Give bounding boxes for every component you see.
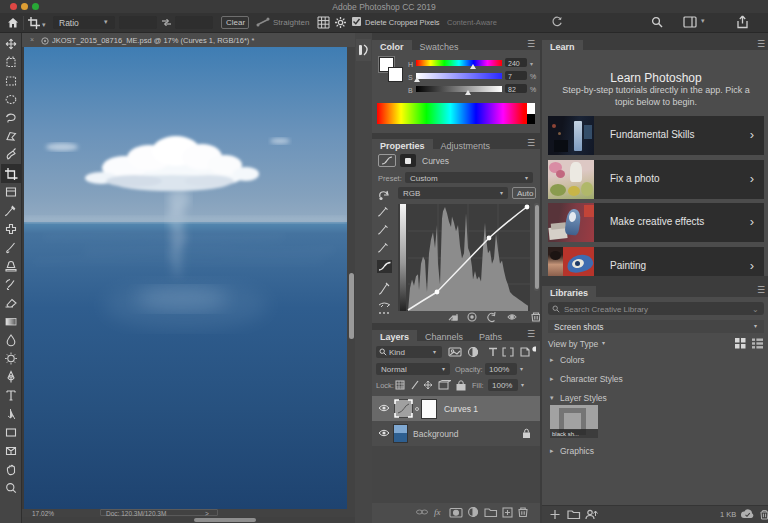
svg-text:fx: fx: [434, 507, 441, 517]
